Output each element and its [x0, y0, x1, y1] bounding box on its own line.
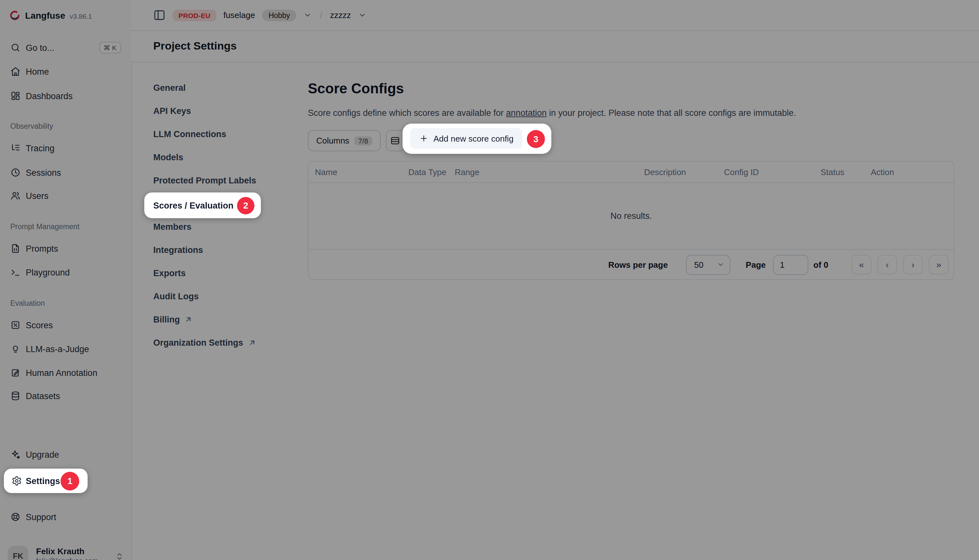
settings-nav-label: Scores / Evaluation — [153, 200, 234, 210]
tour-step-2-badge: 2 — [237, 197, 254, 214]
plus-icon — [419, 134, 428, 143]
tour-step-3-badge: 3 — [527, 130, 545, 148]
add-score-config-spotlight: Add new score config 3 — [403, 123, 551, 154]
gear-icon — [12, 476, 22, 486]
langfuse-app: Langfuse v3.86.1 Go to... ⌘ K Home Dashb… — [0, 0, 979, 560]
tour-step-1-badge: 1 — [60, 472, 79, 490]
settings-nav-scores-evaluation[interactable]: Scores / Evaluation 2 — [144, 192, 261, 218]
sidebar-item-label: Settings — [26, 476, 60, 486]
add-button-label: Add new score config — [433, 133, 514, 143]
sidebar-item-settings[interactable]: Settings 1 — [4, 468, 88, 493]
tour-dim-overlay — [0, 0, 979, 560]
add-score-config-button[interactable]: Add new score config — [410, 128, 523, 149]
